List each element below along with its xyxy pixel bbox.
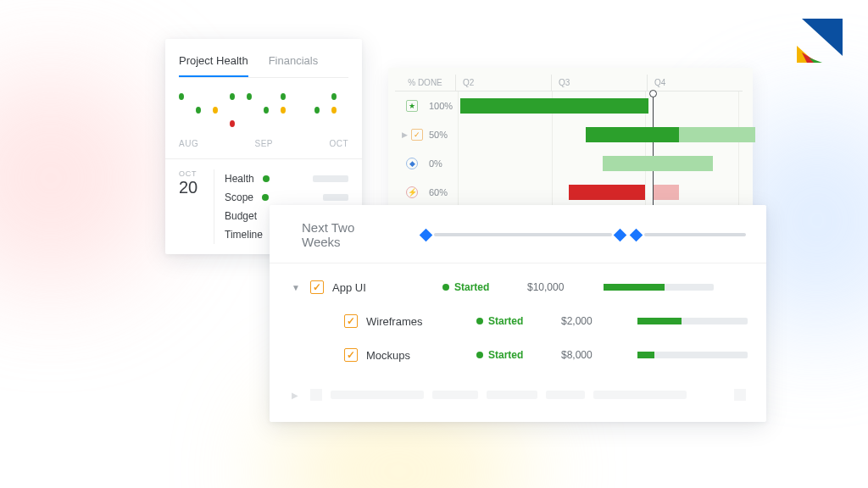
chevron-down-icon[interactable]: ▼ bbox=[292, 283, 302, 292]
task-status: Started bbox=[476, 349, 553, 361]
gantt-bar[interactable] bbox=[569, 185, 645, 200]
milestone-diamond-icon[interactable] bbox=[630, 228, 643, 241]
task-progress-bar bbox=[637, 318, 748, 324]
metric-label: Scope bbox=[225, 191, 253, 203]
check-icon: ✓ bbox=[411, 129, 423, 141]
gantt-quarter-gridline bbox=[738, 92, 739, 120]
placeholder-block bbox=[546, 391, 585, 399]
task-status-label: Started bbox=[488, 315, 523, 327]
status-dot-icon bbox=[263, 175, 270, 182]
checkbox-icon[interactable]: ✓ bbox=[344, 314, 358, 328]
milestone-diamond-icon[interactable] bbox=[614, 228, 627, 241]
gantt-bar[interactable] bbox=[603, 156, 713, 171]
gantt-col-q3: Q3 bbox=[552, 75, 648, 91]
status-empty-dot bbox=[196, 93, 201, 100]
checkbox-icon[interactable]: ✓ bbox=[310, 280, 324, 294]
task-progress-bar bbox=[604, 284, 714, 291]
status-yellow-dot-icon[interactable] bbox=[213, 107, 218, 114]
status-green-dot-icon[interactable] bbox=[230, 93, 235, 100]
status-dot-icon bbox=[262, 194, 269, 201]
status-yellow-dot-icon[interactable] bbox=[281, 107, 286, 114]
gantt-col-q2: Q2 bbox=[456, 75, 552, 91]
gantt-bar[interactable] bbox=[460, 98, 648, 114]
tab-financials[interactable]: Financials bbox=[269, 49, 319, 77]
task-row[interactable]: ✓MockupsStarted$8,000 bbox=[280, 338, 749, 372]
placeholder-block bbox=[310, 389, 322, 401]
status-red-dot-icon[interactable] bbox=[230, 120, 235, 127]
task-progress bbox=[637, 352, 749, 358]
gantt-bar[interactable] bbox=[679, 127, 755, 142]
chevron-right-icon[interactable]: ▶ bbox=[402, 130, 408, 139]
status-green-dot-icon[interactable] bbox=[331, 93, 337, 100]
placeholder-block bbox=[331, 391, 424, 399]
task-status-label: Started bbox=[454, 281, 489, 293]
tab-project-health[interactable]: Project Health bbox=[179, 49, 248, 77]
task-progress-fill bbox=[637, 352, 654, 358]
bg-halo-red bbox=[0, 68, 161, 288]
gantt-row[interactable]: ▶✓50% bbox=[395, 120, 743, 149]
task-row[interactable]: ✓WireframesStarted$2,000 bbox=[280, 304, 749, 338]
gantt-bar[interactable] bbox=[654, 185, 679, 200]
status-empty-dot bbox=[213, 120, 218, 127]
gantt-quarter-gridline bbox=[552, 178, 553, 207]
status-dot-icon bbox=[476, 352, 483, 358]
tasks-placeholder-row: ▶ bbox=[270, 379, 766, 409]
task-name: Wireframes bbox=[366, 315, 468, 328]
task-row[interactable]: ▼✓App UIStarted$10,000 bbox=[280, 270, 749, 304]
star-icon: ★ bbox=[406, 100, 418, 112]
tasks-header: Next Two Weeks bbox=[270, 205, 766, 263]
gantt-track bbox=[458, 92, 743, 120]
status-green-dot-icon[interactable] bbox=[314, 107, 320, 114]
tasks-timeline[interactable] bbox=[418, 233, 746, 236]
metric-bar bbox=[323, 194, 348, 201]
gantt-row-icon-area: ⚡ bbox=[395, 186, 429, 198]
tasks-title: Next Two Weeks bbox=[302, 220, 392, 249]
status-empty-dot bbox=[264, 93, 269, 100]
milestone-diamond-icon[interactable] bbox=[420, 228, 433, 241]
chevron-right-icon[interactable]: ▶ bbox=[292, 391, 302, 400]
task-amount: $10,000 bbox=[527, 281, 595, 293]
status-green-dot-icon[interactable] bbox=[247, 93, 252, 100]
gantt-row[interactable]: ⚡60% bbox=[395, 178, 743, 207]
brand-logo bbox=[795, 17, 846, 63]
status-dot-icon bbox=[476, 318, 483, 324]
bolt-icon: ⚡ bbox=[406, 186, 418, 198]
status-empty-dot bbox=[247, 120, 252, 127]
status-green-dot-icon[interactable] bbox=[281, 93, 286, 100]
task-amount: $2,000 bbox=[561, 315, 629, 327]
status-green-dot-icon[interactable] bbox=[264, 107, 269, 114]
gantt-col-done: % DONE bbox=[395, 75, 456, 91]
gantt-quarter-gridline bbox=[645, 178, 646, 207]
timeline-segment bbox=[644, 233, 746, 236]
status-empty-dot bbox=[264, 120, 269, 127]
status-dot-icon bbox=[442, 284, 449, 291]
selected-day: 20 bbox=[179, 178, 209, 197]
checkbox-icon[interactable]: ✓ bbox=[344, 348, 358, 362]
tasks-card: Next Two Weeks ▼✓App UIStarted$10,000✓Wi… bbox=[270, 205, 766, 422]
axis-month: OCT bbox=[329, 139, 348, 148]
status-green-dot-icon[interactable] bbox=[196, 107, 201, 114]
gantt-track bbox=[458, 120, 743, 149]
status-empty-dot bbox=[179, 107, 184, 114]
gantt-row[interactable]: ◆0% bbox=[395, 149, 743, 178]
gantt-row[interactable]: ★100% bbox=[395, 92, 743, 120]
task-progress-fill bbox=[604, 284, 665, 291]
axis-month: AUG bbox=[179, 139, 198, 148]
gantt-bar[interactable] bbox=[586, 127, 679, 142]
health-metric-row[interactable]: Health bbox=[225, 169, 348, 188]
health-dots-row bbox=[179, 90, 348, 103]
placeholder-block bbox=[487, 391, 537, 399]
gantt-col-q4: Q4 bbox=[648, 75, 743, 91]
status-green-dot-icon[interactable] bbox=[179, 93, 184, 100]
health-metric-row[interactable]: Scope bbox=[225, 188, 348, 207]
status-empty-dot bbox=[247, 107, 252, 114]
gantt-quarter-gridline bbox=[552, 120, 553, 149]
task-status: Started bbox=[442, 281, 519, 293]
status-yellow-dot-icon[interactable] bbox=[331, 107, 337, 114]
placeholder-block bbox=[593, 391, 687, 399]
status-empty-dot bbox=[213, 93, 218, 100]
metric-label: Timeline bbox=[225, 229, 263, 241]
status-empty-dot bbox=[314, 93, 320, 100]
tasks-body: ▼✓App UIStarted$10,000✓WireframesStarted… bbox=[270, 263, 766, 379]
timeline-segment bbox=[434, 233, 612, 236]
